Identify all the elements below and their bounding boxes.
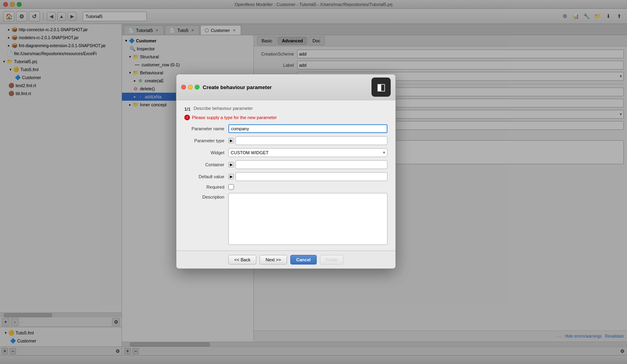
modal-default-value-label: Default value <box>184 174 228 179</box>
modal-param-name-label: Parameter name <box>184 126 228 131</box>
modal-traffic-lights <box>181 85 200 90</box>
modal-required-checkbox[interactable] <box>228 184 234 190</box>
modal-default-value-row: Default value ▶ <box>184 172 387 181</box>
modal-container-label: Container <box>184 162 228 167</box>
modal-widget-row: Widget CUSTOM WIDGET ▼ <box>184 148 387 157</box>
cancel-button[interactable]: Cancel <box>290 255 317 265</box>
modal-param-type-field: ▶ <box>228 136 387 145</box>
modal-widget-select-wrap: CUSTOM WIDGET ▼ <box>228 148 387 157</box>
modal-title: Create behaviour parameter <box>203 84 368 90</box>
finish-button[interactable]: Finish <box>320 255 343 265</box>
modal-close-btn[interactable] <box>181 85 186 90</box>
modal-widget-select[interactable]: CUSTOM WIDGET <box>228 148 387 157</box>
container-arrow[interactable]: ▶ <box>228 162 234 167</box>
modal-body: 1/1 Describe behaviour parameter ! Pleas… <box>176 100 395 251</box>
container-value[interactable] <box>236 160 387 169</box>
error-icon: ! <box>184 115 190 120</box>
default-value-field[interactable] <box>236 172 387 181</box>
modal-min-btn[interactable] <box>188 85 193 90</box>
modal-title-bar: Create behaviour parameter ◧ <box>176 74 395 100</box>
modal-max-btn[interactable] <box>195 85 200 90</box>
modal-description-row: Description <box>184 193 387 245</box>
modal-description-textarea[interactable] <box>228 193 387 245</box>
modal-step-label: Describe behaviour parameter <box>194 106 253 111</box>
back-button[interactable]: << Back <box>228 255 256 265</box>
modal-overlay: Create behaviour parameter ◧ 1/1 Describ… <box>0 0 627 364</box>
modal-param-name-input[interactable] <box>228 124 387 133</box>
modal-logo-icon: ◧ <box>377 82 386 93</box>
create-behaviour-parameter-modal: Create behaviour parameter ◧ 1/1 Describ… <box>176 74 396 269</box>
modal-container-row: Container ▶ <box>184 160 387 169</box>
modal-required-row: Required <box>184 184 387 190</box>
modal-error-text: Please supply a type for the new paramet… <box>192 115 277 120</box>
modal-param-type-label: Parameter type <box>184 138 228 143</box>
modal-step-row: 1/1 Describe behaviour parameter <box>184 106 387 112</box>
modal-param-type-row: Parameter type ▶ <box>184 136 387 145</box>
modal-param-name-row: Parameter name <box>184 124 387 133</box>
modal-logo: ◧ <box>371 78 391 97</box>
modal-default-value-field: ▶ <box>228 172 387 181</box>
modal-widget-label: Widget <box>184 150 228 155</box>
modal-form: Parameter name Parameter type ▶ Widget <box>184 124 387 245</box>
default-value-arrow[interactable]: ▶ <box>228 174 234 179</box>
modal-description-label: Description <box>184 193 228 199</box>
modal-step-num: 1/1 <box>184 107 190 111</box>
param-type-value[interactable] <box>236 136 387 145</box>
param-type-arrow[interactable]: ▶ <box>228 138 234 143</box>
modal-container-field: ▶ <box>228 160 387 169</box>
modal-required-label: Required <box>184 185 228 189</box>
next-button[interactable]: Next >> <box>260 255 287 265</box>
modal-footer: << Back Next >> Cancel Finish <box>176 251 395 269</box>
modal-error-row: ! Please supply a type for the new param… <box>184 115 387 120</box>
